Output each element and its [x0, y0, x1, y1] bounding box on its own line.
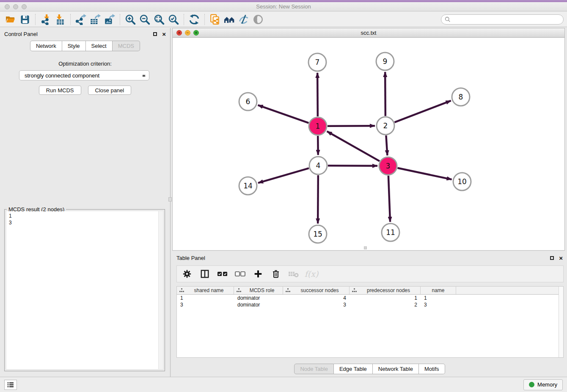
export-network-button[interactable] [74, 13, 88, 26]
search-field[interactable] [441, 14, 564, 25]
cell-MCDS-role[interactable]: dominator [234, 295, 283, 301]
cell-name[interactable]: 1 [421, 295, 456, 301]
edge-2-9[interactable] [385, 72, 385, 116]
column-header-label: MCDS role [244, 287, 280, 293]
optimization-criterion-dropdown[interactable]: strongly connected component [19, 70, 149, 80]
table-toolbar: f(x) [176, 265, 564, 282]
canvas-resize-handle[interactable] [364, 246, 367, 249]
apply-function-button[interactable]: f(x) [306, 268, 317, 280]
float-table-panel-icon[interactable] [550, 256, 554, 260]
clone-network-button[interactable] [208, 13, 222, 26]
column-type-icon [352, 288, 357, 293]
export-image-icon [104, 14, 115, 25]
houses-icon [223, 14, 235, 25]
tab-network-table[interactable]: Network Table [373, 364, 419, 374]
table-scrollbar[interactable] [559, 287, 563, 357]
edge-3-11[interactable] [388, 176, 390, 222]
cell-shared-name[interactable]: 3 [177, 301, 234, 308]
close-panel-button[interactable]: Close panel [88, 86, 132, 95]
column-header-MCDS-role[interactable]: MCDS role [234, 287, 283, 294]
zoom-selected-button[interactable] [166, 13, 181, 26]
cell-MCDS-role[interactable]: dominator [234, 301, 283, 308]
show-panel-button[interactable] [251, 13, 265, 26]
edge-1-6[interactable] [258, 105, 309, 123]
zoom-in-button[interactable] [123, 13, 138, 26]
network-canvas[interactable]: 1234678910111415 [173, 38, 564, 250]
column-layout-button[interactable] [199, 268, 211, 280]
hide-panel-button[interactable] [237, 13, 251, 26]
result-scrollbar[interactable] [158, 211, 163, 369]
tab-network[interactable]: Network [30, 41, 62, 51]
edge-4-14[interactable] [258, 168, 309, 183]
cell-successor-nodes[interactable]: 3 [283, 301, 350, 308]
cell-shared-name[interactable]: 1 [177, 295, 234, 301]
column-header-shared-name[interactable]: shared name [177, 287, 234, 294]
tab-motifs[interactable]: Motifs [419, 364, 445, 374]
toolbar-separator [184, 14, 184, 25]
status-bar: Memory [0, 377, 567, 392]
import-table-button[interactable] [53, 13, 67, 26]
tab-mcds[interactable]: MCDS [113, 41, 140, 51]
import-network-button[interactable] [39, 13, 53, 26]
tab-edge-table[interactable]: Edge Table [334, 364, 373, 374]
table-row[interactable]: 1dominator411 [177, 295, 563, 301]
close-table-panel-icon[interactable]: × [559, 255, 563, 261]
column-header-successor-nodes[interactable]: successor nodes [283, 287, 350, 294]
export-image-button[interactable] [102, 13, 117, 26]
eye-icon [253, 14, 264, 25]
network-window-titlebar[interactable]: × − + scc.txt [173, 28, 564, 38]
search-input[interactable] [453, 17, 560, 22]
tab-select[interactable]: Select [86, 41, 113, 51]
dropdown-value: strongly connected component [25, 72, 99, 79]
plus-icon [253, 269, 263, 279]
export-table-button[interactable] [88, 13, 102, 26]
column-header-predecessor-nodes[interactable]: predecessor nodes [350, 287, 421, 294]
edge-1-2[interactable] [328, 126, 375, 126]
table-row[interactable]: 3dominator323 [177, 301, 563, 308]
edge-3-1[interactable] [327, 131, 380, 161]
tab-style[interactable]: Style [62, 41, 86, 51]
deselect-all-columns-button[interactable] [234, 268, 246, 280]
edge-3-10[interactable] [398, 168, 452, 179]
column-type-icon [286, 288, 290, 293]
node-table[interactable]: shared nameMCDS rolesuccessor nodesprede… [176, 286, 564, 358]
select-all-columns-button[interactable] [217, 268, 228, 280]
zoom-fit-button[interactable] [152, 13, 166, 26]
zoom-in-icon [125, 14, 136, 25]
home-networks-button[interactable] [222, 13, 237, 26]
cell-name[interactable]: 3 [421, 301, 456, 308]
import-table-icon [55, 14, 66, 25]
import-network-icon [40, 14, 51, 25]
function-icon: f(x) [305, 269, 319, 279]
network-graph[interactable]: 1234678910111415 [173, 38, 564, 251]
edge-4-15[interactable] [318, 175, 318, 224]
edge-4-3[interactable] [328, 166, 377, 166]
zoom-out-icon [139, 14, 150, 25]
save-session-button[interactable] [18, 13, 32, 26]
edge-1-7[interactable] [317, 73, 318, 116]
add-column-button[interactable] [252, 268, 264, 280]
save-floppy-icon [20, 14, 30, 25]
edge-2-8[interactable] [394, 101, 451, 122]
memory-button[interactable]: Memory [523, 379, 563, 390]
mcds-result-area[interactable]: 1 3 [6, 211, 163, 369]
close-panel-icon[interactable]: × [162, 31, 166, 37]
panel-divider-handle[interactable] [168, 197, 172, 202]
delete-table-button[interactable] [288, 268, 300, 280]
open-session-button[interactable] [3, 13, 18, 26]
search-icon [445, 17, 451, 22]
column-header-name[interactable]: name [421, 287, 456, 294]
cell-predecessor-nodes[interactable]: 2 [350, 301, 421, 308]
toolbar-separator [120, 14, 120, 25]
delete-column-button[interactable] [270, 268, 282, 280]
edge-2-3[interactable] [386, 135, 387, 155]
task-history-button[interactable] [4, 380, 17, 390]
tab-node-table[interactable]: Node Table [294, 364, 334, 374]
run-mcds-button[interactable]: Run MCDS [39, 86, 81, 95]
cell-successor-nodes[interactable]: 4 [283, 295, 350, 301]
table-settings-button[interactable] [181, 268, 193, 280]
refresh-layout-button[interactable] [187, 13, 201, 26]
float-panel-icon[interactable] [153, 32, 157, 36]
cell-predecessor-nodes[interactable]: 1 [350, 295, 421, 301]
zoom-out-button[interactable] [138, 13, 152, 26]
